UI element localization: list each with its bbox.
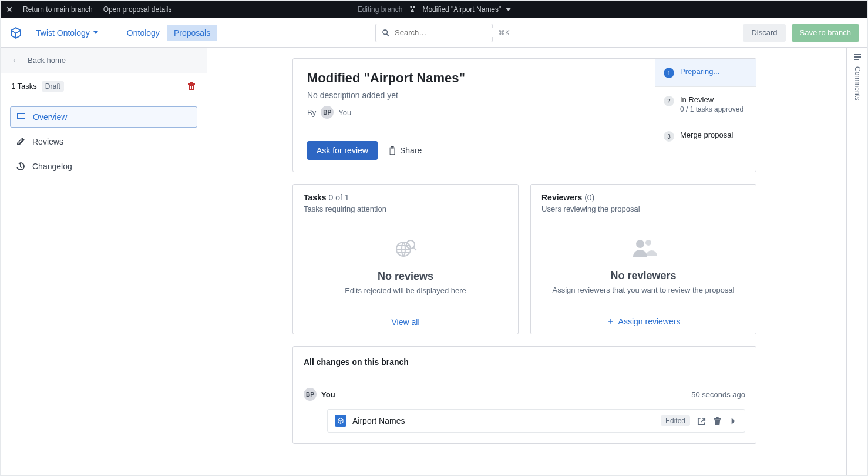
tasks-empty-title: No reviews (378, 270, 433, 283)
plus-icon: ＋ (607, 316, 615, 327)
changes-panel: All changes on this branch BP You 50 sec… (292, 346, 756, 444)
back-home-label: Back home (28, 56, 66, 65)
reviewers-count: (0) (584, 193, 594, 202)
sidebar-item-label: Reviews (32, 137, 63, 146)
search-icon (382, 29, 390, 37)
assign-reviewers-label: Assign reviewers (618, 317, 681, 326)
step-number: 1 (664, 68, 674, 78)
draft-badge: Draft (42, 81, 64, 92)
share-label: Share (400, 146, 422, 155)
change-item[interactable]: Airport Names Edited (327, 409, 745, 433)
search-shortcut-label: ⌘K (498, 29, 510, 37)
search-field[interactable] (395, 28, 493, 37)
expand-change-button[interactable] (729, 417, 738, 425)
search-globe-icon (392, 234, 420, 262)
branch-icon (408, 5, 416, 14)
pencil-icon (16, 137, 25, 146)
comments-toggle-icon[interactable] (853, 52, 862, 62)
chevron-down-icon (93, 31, 98, 34)
people-icon (630, 233, 658, 262)
tasks-empty-subtitle: Edits rejected will be displayed here (345, 286, 466, 295)
step-merge-proposal[interactable]: 3 Merge proposal (655, 122, 756, 150)
changes-title: All changes on this branch (304, 357, 745, 367)
monitor-icon (16, 112, 26, 122)
step-number: 2 (664, 96, 674, 106)
sidebar-item-overview[interactable]: Overview (10, 106, 197, 128)
sidebar-item-changelog[interactable]: Changelog (10, 156, 197, 177)
step-title: In Review (680, 95, 743, 104)
svg-point-3 (645, 240, 651, 246)
change-item-name: Airport Names (352, 416, 405, 425)
divider (109, 26, 109, 39)
step-in-review[interactable]: 2 In Review 0 / 1 tasks approved (655, 87, 756, 122)
tasks-panel-subtitle: Tasks requiring attention (304, 205, 507, 213)
tasks-count: 0 of 1 (329, 193, 349, 202)
editing-branch-label: Editing branch (358, 5, 403, 14)
sidebar-item-label: Changelog (32, 162, 72, 171)
step-title: Preparing... (680, 67, 719, 76)
svg-point-2 (636, 240, 644, 248)
reviewers-empty-title: No reviewers (610, 270, 676, 282)
tasks-panel: Tasks 0 of 1 Tasks requiring attention N… (292, 184, 519, 334)
ask-for-review-button[interactable]: Ask for review (307, 141, 378, 160)
sidebar-item-label: Overview (33, 112, 67, 122)
close-icon[interactable] (6, 6, 12, 12)
cube-icon (335, 415, 346, 427)
arrow-left-icon: ← (11, 55, 21, 66)
branch-name-dropdown[interactable]: Modified "Airport Names" (422, 5, 510, 14)
view-all-tasks-link[interactable]: View all (392, 317, 420, 327)
back-home-link[interactable]: ← Back home (1, 48, 207, 73)
workspace-name-label: Twist Ontology (36, 28, 90, 38)
tasks-panel-title: Tasks (304, 193, 327, 202)
tasks-count-label: 1 Tasks (11, 82, 37, 90)
open-external-button[interactable] (697, 417, 706, 425)
share-button[interactable]: Share (388, 146, 422, 155)
clipboard-icon (388, 146, 396, 155)
proposal-title: Modified "Airport Names" (307, 71, 641, 86)
tab-proposals[interactable]: Proposals (167, 25, 217, 41)
tab-ontology[interactable]: Ontology (120, 25, 167, 41)
assign-reviewers-link[interactable]: ＋ Assign reviewers (607, 316, 681, 327)
change-timestamp: 50 seconds ago (691, 390, 745, 399)
change-author-avatar: BP (304, 388, 317, 401)
change-author-label: You (321, 390, 335, 399)
sidebar-item-reviews[interactable]: Reviews (10, 131, 197, 152)
step-preparing[interactable]: 1 Preparing... (655, 59, 756, 87)
discard-button[interactable]: Discard (743, 24, 785, 42)
open-proposal-details-link[interactable]: Open proposal details (103, 5, 172, 14)
return-to-main-branch-link[interactable]: Return to main branch (23, 5, 93, 14)
branch-name: Modified "Airport Names" (422, 5, 501, 14)
step-title: Merge proposal (680, 130, 733, 139)
comments-rail-label[interactable]: Comments (853, 66, 862, 100)
search-input[interactable]: ⌘K (375, 24, 493, 42)
step-number: 3 (664, 131, 674, 142)
author-name: You (338, 108, 351, 117)
proposal-description: No description added yet (307, 90, 641, 100)
chevron-down-icon (506, 8, 510, 11)
by-label: By (307, 108, 316, 117)
reviewers-panel-title: Reviewers (541, 193, 582, 202)
delete-change-button[interactable] (713, 417, 722, 425)
app-logo-icon[interactable] (9, 26, 23, 40)
author-avatar: BP (321, 106, 334, 119)
reviewers-panel: Reviewers (0) Users reviewing the propos… (530, 184, 756, 334)
workspace-name-dropdown[interactable]: Twist Ontology (36, 28, 98, 38)
save-to-branch-button[interactable]: Save to branch (792, 24, 859, 42)
history-icon (16, 162, 25, 171)
edited-badge: Edited (661, 415, 690, 426)
reviewers-empty-subtitle: Assign reviewers that you want to review… (553, 286, 735, 294)
reviewers-panel-subtitle: Users reviewing the proposal (541, 205, 745, 213)
step-subtitle: 0 / 1 tasks approved (680, 105, 743, 113)
delete-draft-button[interactable] (187, 82, 196, 91)
